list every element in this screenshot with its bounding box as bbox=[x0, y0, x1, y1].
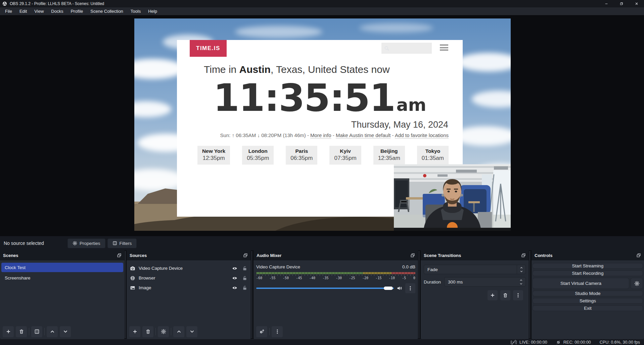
scene-item-screenshare[interactable]: Screenshare bbox=[1, 273, 123, 283]
minimize-button[interactable] bbox=[599, 0, 614, 7]
splitter[interactable] bbox=[125, 251, 126, 338]
city-card-kyiv[interactable]: Kyiv07:35pm bbox=[329, 146, 361, 165]
menu-view[interactable]: View bbox=[31, 7, 47, 15]
add-transition-button[interactable] bbox=[488, 290, 498, 300]
scene-item-clock-test[interactable]: Clock Test bbox=[1, 263, 123, 272]
splitter[interactable] bbox=[530, 251, 530, 338]
channel-options-button[interactable] bbox=[405, 283, 415, 293]
splitter[interactable] bbox=[419, 251, 419, 338]
scene-filters-button[interactable] bbox=[31, 326, 42, 337]
filters-icon bbox=[112, 241, 117, 246]
record-inactive-icon bbox=[556, 340, 561, 345]
virtual-camera-config-button[interactable] bbox=[631, 278, 643, 289]
window-controls bbox=[599, 0, 644, 7]
start-recording-button[interactable]: Start Recording bbox=[533, 270, 643, 276]
duration-spinbox[interactable]: 300 ms bbox=[444, 277, 526, 287]
mixer-toolbar bbox=[254, 324, 418, 339]
filters-button[interactable]: Filters bbox=[107, 239, 137, 248]
city-card-paris[interactable]: Paris06:35pm bbox=[286, 146, 317, 165]
start-virtual-camera-button[interactable]: Start Virtual Camera bbox=[533, 278, 629, 289]
source-toolbar: No source selected Properties Filters bbox=[0, 236, 644, 250]
source-item-video-capture[interactable]: Video Capture Device bbox=[127, 263, 251, 273]
city-card-new-york[interactable]: New York12:35pm bbox=[197, 146, 230, 165]
close-button[interactable] bbox=[629, 0, 644, 7]
transition-options-button[interactable] bbox=[513, 290, 523, 300]
popout-icon[interactable] bbox=[243, 253, 248, 258]
visibility-eye-icon[interactable] bbox=[232, 285, 237, 291]
lock-icon[interactable] bbox=[242, 285, 247, 291]
menu-help[interactable]: Help bbox=[144, 7, 161, 15]
menu-bar: File Edit View Docks Profile Scene Colle… bbox=[0, 7, 644, 15]
volume-slider[interactable] bbox=[256, 288, 394, 289]
transitions-header[interactable]: Scene Transitions bbox=[421, 250, 529, 260]
meter-tick-marks bbox=[256, 274, 415, 276]
rec-status: REC: 00:00:00 bbox=[556, 340, 591, 345]
hamburger-menu-icon[interactable] bbox=[440, 44, 448, 51]
toolbar-separator bbox=[269, 328, 270, 335]
controls-header[interactable]: Controls bbox=[532, 250, 644, 260]
exit-button[interactable]: Exit bbox=[533, 305, 643, 311]
visibility-eye-icon[interactable] bbox=[232, 266, 237, 271]
add-scene-button[interactable] bbox=[3, 326, 14, 337]
popout-icon[interactable] bbox=[117, 253, 122, 258]
remove-transition-button[interactable] bbox=[500, 290, 510, 300]
move-source-up-button[interactable] bbox=[173, 326, 184, 337]
menu-tools[interactable]: Tools bbox=[127, 7, 144, 15]
lock-icon[interactable] bbox=[242, 266, 247, 271]
mixer-options-button[interactable] bbox=[272, 326, 283, 337]
studio-mode-button[interactable]: Studio Mode bbox=[533, 291, 643, 296]
live-status: LIVE: 00:00:00 bbox=[511, 340, 547, 345]
controls-panel: Controls Start Streaming Start Recording… bbox=[532, 250, 644, 339]
audio-mixer-header[interactable]: Audio Mixer bbox=[254, 250, 418, 260]
volume-slider-handle[interactable] bbox=[384, 287, 393, 290]
city-card-beijing[interactable]: Beijing12:35am bbox=[373, 146, 405, 165]
splitter[interactable] bbox=[251, 251, 252, 338]
source-item-image[interactable]: Image bbox=[127, 283, 251, 293]
move-scene-up-button[interactable] bbox=[47, 326, 58, 337]
transition-select[interactable]: Fade bbox=[424, 265, 526, 274]
start-streaming-button[interactable]: Start Streaming bbox=[533, 263, 643, 269]
move-source-down-button[interactable] bbox=[186, 326, 197, 337]
current-date: Thursday, May 16, 2024 bbox=[191, 120, 449, 130]
settings-button[interactable]: Settings bbox=[533, 298, 643, 304]
remove-source-button[interactable] bbox=[142, 326, 153, 337]
sunrise-sunset: Sun: ↑ 06:35AM ↓ 08:20PM (13h 46m) bbox=[220, 132, 306, 138]
timeis-logo[interactable]: TIME.IS bbox=[190, 40, 227, 57]
advanced-audio-button[interactable] bbox=[256, 326, 267, 337]
image-icon bbox=[130, 285, 135, 291]
city-card-london[interactable]: London05:35pm bbox=[242, 146, 274, 165]
add-source-button[interactable] bbox=[129, 326, 140, 337]
select-arrows[interactable] bbox=[517, 265, 525, 274]
search-input[interactable] bbox=[381, 43, 432, 54]
scenes-toolbar bbox=[0, 324, 125, 339]
source-properties-button[interactable] bbox=[158, 326, 169, 337]
menu-docks[interactable]: Docks bbox=[47, 7, 67, 15]
lock-icon[interactable] bbox=[242, 275, 247, 281]
menu-file[interactable]: File bbox=[1, 7, 16, 15]
move-scene-down-button[interactable] bbox=[60, 326, 71, 337]
popout-icon[interactable] bbox=[636, 253, 641, 258]
scenes-panel-header[interactable]: Scenes bbox=[0, 250, 125, 260]
favorite-locations-link[interactable]: Add to favorite locations bbox=[395, 132, 449, 138]
program-canvas[interactable]: TIME.IS Time in Austin, Texas, United St… bbox=[134, 18, 511, 231]
make-default-link[interactable]: Make Austin time default bbox=[336, 132, 390, 138]
volume-meter bbox=[256, 272, 415, 274]
source-item-browser[interactable]: Browser bbox=[127, 273, 251, 283]
menu-scene-collection[interactable]: Scene Collection bbox=[87, 7, 127, 15]
spin-arrows[interactable] bbox=[517, 277, 525, 286]
sources-panel-header[interactable]: Sources bbox=[127, 250, 251, 260]
remove-scene-button[interactable] bbox=[16, 326, 27, 337]
popout-icon[interactable] bbox=[521, 253, 526, 258]
audio-mixer-panel: Audio Mixer Video Capture Device 0.0 dB … bbox=[254, 250, 418, 339]
restore-button[interactable] bbox=[614, 0, 629, 7]
speaker-mute-icon[interactable] bbox=[397, 286, 402, 291]
more-info-link[interactable]: More info bbox=[310, 132, 331, 138]
city-card-tokyo[interactable]: Tokyo01:35am bbox=[417, 146, 449, 165]
webcam-video-source[interactable] bbox=[394, 164, 511, 231]
properties-button[interactable]: Properties bbox=[67, 239, 105, 248]
timeis-header: TIME.IS bbox=[177, 40, 463, 57]
popout-icon[interactable] bbox=[410, 253, 415, 258]
menu-profile[interactable]: Profile bbox=[67, 7, 87, 15]
menu-edit[interactable]: Edit bbox=[16, 7, 31, 15]
visibility-eye-icon[interactable] bbox=[232, 275, 237, 281]
